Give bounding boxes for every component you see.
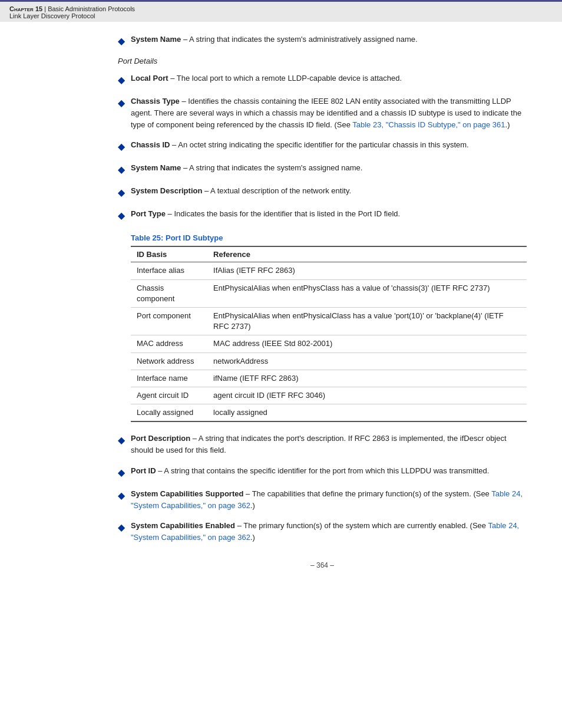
bullet-system-description: ◆ System Description – A textual descrip…	[118, 185, 527, 200]
cell-reference: IfAlias (IETF RFC 2863)	[207, 262, 527, 279]
page-number: – 364 –	[118, 561, 527, 569]
table-title: Table 25: Port ID Subtype	[131, 233, 527, 242]
bullet-diamond-icon: ◆	[118, 186, 125, 200]
term: Port ID	[131, 466, 156, 475]
cell-reference: ifName (IETF RFC 2863)	[207, 370, 527, 387]
term: System Description	[131, 186, 202, 195]
cell-reference: agent circuit ID (IETF RFC 3046)	[207, 387, 527, 404]
bullet-text: System Capabilities Enabled – The primar…	[131, 520, 527, 543]
cell-reference: MAC address (IEEE Std 802-2001)	[207, 335, 527, 353]
cell-id-basis: Port component	[131, 307, 207, 335]
header-bar: Chapter 15 | Basic Administration Protoc…	[0, 0, 562, 22]
term: System Capabilities Supported	[131, 489, 243, 498]
bullet-chassis-id: ◆ Chassis ID – An octet string indicatin…	[118, 139, 527, 154]
term: Chassis Type	[131, 97, 180, 106]
bullet-text: Local Port – The local port to which a r…	[131, 73, 527, 84]
bullet-diamond-icon: ◆	[118, 433, 125, 447]
bullets-before-table: ◆ Local Port – The local port to which a…	[118, 73, 527, 223]
table-row: Network address networkAddress	[131, 353, 527, 370]
table-row: Chassis component EntPhysicalAlias when …	[131, 279, 527, 307]
term: System Capabilities Enabled	[131, 521, 235, 530]
bullet-system-name: ◆ System Name – A string that indicates …	[118, 162, 527, 177]
bullet-port-id: ◆ Port ID – A string that contains the s…	[118, 465, 527, 480]
term: Local Port	[131, 74, 168, 83]
port-id-subtype-table: ID Basis Reference Interface alias IfAli…	[131, 246, 527, 422]
bullet-text: Chassis Type – Identifies the chassis co…	[131, 95, 527, 131]
bullet-diamond-icon: ◆	[118, 73, 125, 87]
term: Port Type	[131, 209, 166, 218]
cell-reference: networkAddress	[207, 353, 527, 370]
bullet-diamond-icon: ◆	[118, 163, 125, 177]
bullet-diamond-icon: ◆	[118, 521, 125, 535]
cell-id-basis: Agent circuit ID	[131, 387, 207, 404]
bullet-chassis-type: ◆ Chassis Type – Identifies the chassis …	[118, 95, 527, 131]
table-row: Interface name ifName (IETF RFC 2863)	[131, 370, 527, 387]
bullet-text: Port Type – Indicates the basis for the …	[131, 208, 527, 220]
table-section: Table 25: Port ID Subtype ID Basis Refer…	[131, 233, 527, 422]
table-row: Agent circuit ID agent circuit ID (IETF …	[131, 387, 527, 404]
term: System Name	[131, 163, 181, 172]
desc: – A string that indicates the system's a…	[181, 163, 362, 172]
desc-after: .)	[250, 533, 255, 542]
desc-after: .)	[505, 120, 510, 129]
cell-reference: EntPhysicalAlias when entPhysicalClass h…	[207, 307, 527, 335]
bullet-diamond-icon: ◆	[118, 96, 125, 110]
desc: – Indicates the basis for the identifier…	[166, 209, 400, 218]
bullet-diamond-icon: ◆	[118, 466, 125, 480]
bullet-sys-cap-enabled: ◆ System Capabilities Enabled – The prim…	[118, 520, 527, 543]
desc: – A textual description of the network e…	[202, 186, 351, 195]
desc: – A string that contains the specific id…	[156, 466, 490, 475]
desc: – An octet string indicating the specifi…	[170, 140, 468, 149]
bullet-diamond-icon: ◆	[118, 489, 125, 503]
bullet-text: Port ID – A string that contains the spe…	[131, 465, 527, 477]
cell-id-basis: Interface name	[131, 370, 207, 387]
bullet-text: System Name – A string that indicates th…	[131, 34, 527, 45]
bullet-port-description: ◆ Port Description – A string that indic…	[118, 433, 527, 456]
table-row: Interface alias IfAlias (IETF RFC 2863)	[131, 262, 527, 279]
table-row: MAC address MAC address (IEEE Std 802-20…	[131, 335, 527, 353]
chapter-label: Chapter 15	[9, 5, 42, 12]
bullet-diamond-icon: ◆	[118, 209, 125, 223]
cell-id-basis: Interface alias	[131, 262, 207, 279]
cell-id-basis: MAC address	[131, 335, 207, 353]
bullet-sys-cap-supported: ◆ System Capabilities Supported – The ca…	[118, 488, 527, 512]
cell-id-basis: Network address	[131, 353, 207, 370]
bullets-after-table: ◆ Port Description – A string that indic…	[118, 433, 527, 543]
table-row: Locally assigned locally assigned	[131, 404, 527, 422]
chapter-title: Basic Administration Protocols	[48, 5, 135, 12]
desc: – The capabilities that define the prima…	[243, 489, 491, 498]
bullet-system-name-top: ◆ System Name – A string that indicates …	[118, 34, 527, 48]
desc: – The primary function(s) of the system …	[235, 521, 488, 530]
cell-reference: EntPhysicalAlias when entPhysClass has a…	[207, 279, 527, 307]
bullet-diamond-icon: ◆	[118, 140, 125, 154]
header-sub-title: Link Layer Discovery Protocol	[9, 12, 553, 19]
bullet-text: System Description – A textual descripti…	[131, 185, 527, 197]
header-separator: |	[42, 5, 48, 12]
cell-id-basis: Locally assigned	[131, 404, 207, 422]
col-id-basis: ID Basis	[131, 246, 207, 262]
col-reference: Reference	[207, 246, 527, 262]
bullet-diamond-icon: ◆	[118, 34, 125, 48]
bullet-port-type: ◆ Port Type – Indicates the basis for th…	[118, 208, 527, 223]
term: Port Description	[131, 434, 190, 443]
desc: – A string that indicates the system's a…	[181, 35, 417, 44]
desc: – The local port to which a remote LLDP-…	[168, 74, 402, 83]
term: System Name	[131, 35, 181, 44]
cell-id-basis: Chassis component	[131, 279, 207, 307]
header-chapter: Chapter 15 | Basic Administration Protoc…	[9, 5, 553, 12]
bullet-text: System Capabilities Supported – The capa…	[131, 488, 527, 512]
cell-reference: locally assigned	[207, 404, 527, 422]
main-content: ◆ System Name – A string that indicates …	[0, 22, 562, 587]
port-details-label: Port Details	[118, 57, 527, 65]
desc-after: .)	[250, 501, 255, 510]
table-row: Port component EntPhysicalAlias when ent…	[131, 307, 527, 335]
bullet-text: Port Description – A string that indicat…	[131, 433, 527, 456]
table-header-row: ID Basis Reference	[131, 246, 527, 262]
term: Chassis ID	[131, 140, 170, 149]
bullet-text: Chassis ID – An octet string indicating …	[131, 139, 527, 151]
bullet-local-port: ◆ Local Port – The local port to which a…	[118, 73, 527, 87]
bullet-text: System Name – A string that indicates th…	[131, 162, 527, 174]
chassis-id-subtype-link[interactable]: Table 23, "Chassis ID Subtype," on page …	[352, 120, 505, 129]
